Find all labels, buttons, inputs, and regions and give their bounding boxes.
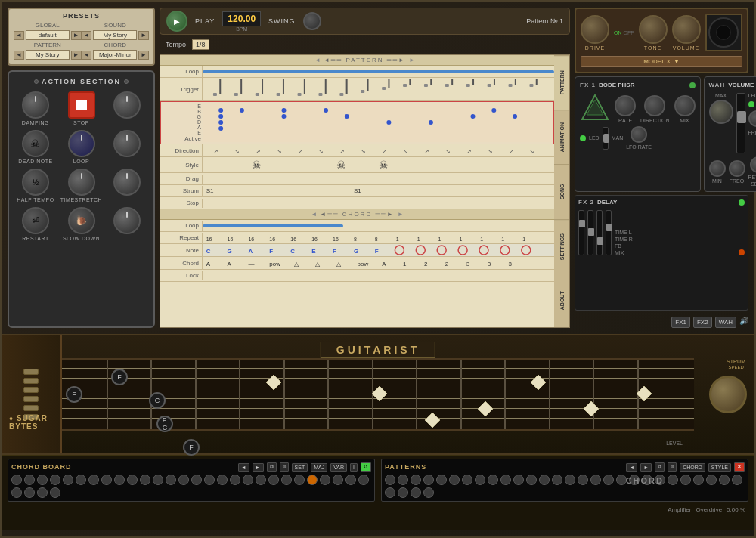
extra-knob[interactable]	[113, 207, 141, 234]
tab-pattern[interactable]: PATTERN	[554, 55, 569, 110]
sound-prev-btn[interactable]: ◄	[82, 31, 92, 40]
dead-note-button[interactable]: ☠	[22, 130, 49, 157]
chord-dot-21[interactable]	[268, 475, 279, 485]
chord-dot-27[interactable]	[345, 475, 356, 485]
fx1-btn[interactable]: FX1	[671, 317, 690, 328]
global-preset-control[interactable]: ◄ default ►	[14, 30, 82, 40]
wah-freq-knob[interactable]	[729, 160, 745, 177]
chord-dot-18[interactable]	[230, 475, 240, 485]
delay-slider-2[interactable]	[587, 210, 593, 255]
bpm-display[interactable]: 120.00	[222, 11, 261, 26]
chord-dot-10[interactable]	[127, 475, 138, 485]
play-button[interactable]: ▶	[166, 11, 187, 32]
chord-prev-btn[interactable]: ◄	[82, 51, 92, 60]
pat-dot-32[interactable]	[423, 487, 434, 498]
pat-dot-24[interactable]	[680, 475, 691, 485]
note-btn-F3[interactable]: F	[183, 439, 200, 456]
slow-down-button[interactable]: 🐌	[68, 207, 95, 234]
pat-dot-25[interactable]	[693, 475, 704, 485]
pat-prev-btn[interactable]: ◄	[626, 463, 637, 472]
swing-knob[interactable]	[303, 12, 321, 30]
loop-knob[interactable]	[68, 130, 95, 157]
pat-dot-26[interactable]	[706, 475, 717, 485]
chord-dot-25[interactable]	[320, 475, 330, 485]
drive-knob[interactable]	[581, 15, 609, 44]
ts-knob2[interactable]	[113, 169, 141, 196]
chord-dot-28[interactable]	[358, 475, 369, 485]
pat-dot-14[interactable]	[552, 475, 562, 485]
wah-volume-slider[interactable]	[736, 93, 745, 153]
chord-dot-26[interactable]	[333, 475, 343, 485]
fx1-mix-knob[interactable]	[674, 95, 696, 116]
pat-dot-13[interactable]	[539, 475, 550, 485]
pat-close-btn[interactable]: ✕	[734, 462, 745, 472]
chord-dot-2[interactable]	[24, 475, 35, 485]
pat-dot-12[interactable]	[526, 475, 537, 485]
chord-i2-btn[interactable]: ↺	[361, 462, 371, 472]
chord-next-btn[interactable]: ►	[253, 463, 264, 472]
pat-next-btn[interactable]: ►	[640, 463, 652, 472]
active-cells[interactable]	[203, 104, 553, 142]
tab-song[interactable]: SONG	[554, 164, 569, 218]
restart-button[interactable]: ⏎	[22, 207, 49, 234]
chord-copy-btn[interactable]: ⧉	[267, 462, 277, 472]
pat-dot-10[interactable]	[500, 475, 511, 485]
chord-dot-32[interactable]	[50, 487, 60, 498]
pat-style-btn[interactable]: STYLE	[708, 463, 731, 472]
global-next-btn[interactable]: ►	[71, 31, 82, 40]
wah-retrig-knob[interactable]	[750, 156, 756, 173]
model-bar[interactable]: MODEL X ▼	[581, 56, 742, 67]
tuning-peg-5[interactable]	[23, 405, 39, 411]
pattern-prev-btn[interactable]: ◄	[14, 51, 24, 60]
chord-dot-9[interactable]	[114, 475, 125, 485]
off-label[interactable]: OFF	[624, 30, 634, 36]
tuning-peg-3[interactable]	[23, 387, 39, 393]
chord-next-btn[interactable]: ►	[138, 51, 149, 60]
chord-dot-17[interactable]	[217, 475, 228, 485]
tab-animation[interactable]: ANIMATION	[554, 110, 569, 164]
tuning-peg-2[interactable]	[23, 378, 39, 384]
wah-min-knob[interactable]	[709, 160, 726, 177]
fx2-btn[interactable]: FX2	[693, 317, 712, 328]
pattern-preset-control[interactable]: ◄ My Story ►	[14, 50, 82, 60]
chord-dot-15[interactable]	[191, 475, 202, 485]
chord-dot-4[interactable]	[50, 475, 60, 485]
fx1-rate-knob[interactable]	[615, 95, 636, 116]
chord-dot-30[interactable]	[24, 487, 35, 498]
trigger-cells[interactable]	[202, 78, 554, 100]
chord-dot-3[interactable]	[37, 475, 48, 485]
chord-dot-11[interactable]	[140, 475, 150, 485]
sound-preset-control[interactable]: ◄ My Story ►	[82, 30, 150, 40]
chord-dot-19[interactable]	[243, 475, 253, 485]
pat-dot-28[interactable]	[732, 475, 742, 485]
chord-prev-btn[interactable]: ◄	[238, 463, 249, 472]
chord-dot-16[interactable]	[204, 475, 215, 485]
pat-dot-23[interactable]	[668, 475, 678, 485]
pat-dot-6[interactable]	[449, 475, 460, 485]
pat-dot-15[interactable]	[565, 475, 575, 485]
pat-dot-30[interactable]	[398, 487, 408, 498]
chord-dot-1[interactable]	[11, 475, 22, 485]
global-prev-btn[interactable]: ◄	[14, 31, 24, 40]
chord-dot-14[interactable]	[178, 475, 189, 485]
volume-knob[interactable]	[672, 15, 701, 44]
tab-settings[interactable]: SETTINGS	[554, 219, 569, 274]
pat-dot-16[interactable]	[578, 475, 588, 485]
tab-about[interactable]: ABOUT	[554, 274, 569, 327]
note-btn-FC[interactable]: FC	[156, 416, 173, 432]
pat-dot-7[interactable]	[462, 475, 472, 485]
chord-dot-13[interactable]	[166, 475, 176, 485]
fx1-lfo-rate-knob[interactable]	[631, 126, 647, 143]
chord-set-btn[interactable]: SET	[292, 463, 308, 472]
pat-dot-5[interactable]	[436, 475, 447, 485]
stop-knob[interactable]	[113, 91, 141, 119]
wah-lfo-rate-knob[interactable]	[748, 110, 757, 127]
chord-paste-btn[interactable]: ⧇	[280, 462, 289, 472]
pat-dot-11[interactable]	[513, 475, 524, 485]
delay-slider-3[interactable]	[596, 210, 603, 255]
stop-button[interactable]	[68, 91, 95, 119]
pat-dot-3[interactable]	[411, 475, 421, 485]
fx1-lfo-slider[interactable]	[603, 127, 609, 150]
chord-maj-btn[interactable]: MAJ	[311, 463, 327, 472]
pat-dot-17[interactable]	[590, 475, 601, 485]
